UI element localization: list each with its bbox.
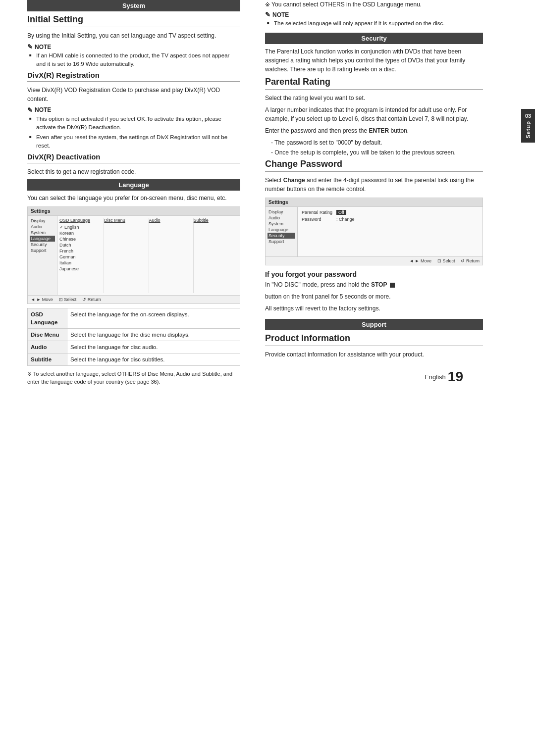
page-number-lang: English (425, 373, 446, 381)
side-tab-label: Setup (525, 121, 531, 139)
audio-col: Audio (149, 218, 194, 293)
lang-dutch: Dutch (59, 242, 102, 248)
lang-german: German (59, 254, 102, 260)
sidebar-item-system: System (30, 230, 55, 236)
audio-label: Audio (28, 341, 67, 353)
divxr-deactivation-body: Select this to get a new registration co… (27, 167, 240, 176)
pw-footer-select: ⊡ Select (437, 258, 455, 263)
security-header: Security (265, 33, 483, 44)
sidebar-item-language: Language (30, 236, 55, 242)
initial-note-label: ✎ NOTE (27, 43, 240, 50)
pw-content: Parental Rating Off Password : Change (298, 207, 482, 256)
right-note-item-1: The selected language will only appear i… (265, 19, 483, 28)
osd-language-col: OSD Language English Korean Chinese Dutc… (59, 218, 104, 293)
osd-note: ※ You cannot select OTHERS in the OSD La… (265, 0, 483, 9)
language-settings-box: Settings Display Audio System Language S… (27, 206, 240, 304)
note-icon-2: ✎ (27, 106, 33, 114)
lang-korean: Korean (59, 230, 102, 236)
divxr-note-item-1: This option is not activated if you sele… (27, 115, 240, 132)
note-icon: ✎ (27, 43, 33, 50)
pw-sidebar-display: Display (268, 209, 295, 215)
left-column: System Initial Setting By using the Init… (7, 0, 250, 389)
pw-sidebar-support: Support (268, 239, 295, 245)
right-note-label: ✎ NOTE (265, 11, 483, 18)
table-row: Subtitle Select the language for disc su… (28, 353, 240, 365)
forgot-password-body2: button on the front panel for 5 seconds … (265, 292, 483, 301)
parental-rating-body: Select the rating level you want to set. (265, 94, 483, 102)
sidebar-item-display: Display (30, 218, 55, 224)
disc-menu-label: Disc Menu (28, 328, 67, 341)
pw-sidebar-language: Language (268, 227, 295, 233)
right-column: ※ You cannot select OTHERS in the OSD La… (250, 0, 493, 389)
pw-footer-return: ↺ Return (461, 258, 480, 263)
table-row: OSDLanguage Select the language for the … (28, 308, 240, 328)
parental-dash1: - The password is set to "0000" by defau… (265, 138, 483, 147)
divxr-registration-body: View DivX(R) VOD Registration Code to pu… (27, 86, 240, 103)
initial-setting-title: Initial Setting (27, 14, 240, 27)
table-row: Disc Menu Select the language for the di… (28, 328, 240, 341)
osd-lang-desc: Select the language for the on-screen di… (67, 308, 240, 328)
password-settings-box: Settings Display Audio System Language S… (265, 198, 483, 265)
pw-row-parental: Parental Rating Off (302, 209, 479, 216)
settings-box-title: Settings (31, 208, 50, 214)
system-header: System (27, 0, 240, 11)
osd-lang-label: OSDLanguage (28, 308, 67, 328)
pw-footer: ◄ ► Move ⊡ Select ↺ Return (266, 256, 482, 265)
side-tab-number: 03 (525, 113, 531, 119)
subtitle-col: Subtitle (194, 218, 238, 293)
settings-sidebar: Display Audio System Language Security S… (28, 216, 57, 295)
divxr-note-label: ✎ NOTE (27, 106, 240, 114)
subtitle-desc: Select the language for disc subtitles. (67, 353, 240, 365)
change-password-body: Select Change and enter the 4-digit pass… (265, 176, 483, 194)
sidebar-item-audio: Audio (30, 224, 55, 230)
lang-japanese: Japanese (59, 266, 102, 272)
subtitle-col-title: Subtitle (194, 218, 236, 223)
initial-setting-body: By using the Initial Setting, you can se… (27, 31, 240, 40)
language-footnote: ※ To select another language, select OTH… (27, 370, 240, 386)
osd-language-col-title: OSD Language (59, 218, 102, 223)
disc-menu-col-title: Disc Menu (104, 218, 146, 223)
pw-password-value: : Change (336, 217, 355, 222)
footer-move: ◄ ► Move (31, 297, 53, 302)
security-body: The Parental Lock function works in conj… (265, 47, 483, 74)
initial-note-item-1: If an HDMI cable is connected to the pro… (27, 51, 240, 69)
language-header: Language (27, 179, 240, 191)
sidebar-item-security: Security (30, 242, 55, 248)
pw-sidebar-system: System (268, 221, 295, 227)
forgot-password-title: If you forgot your password (265, 270, 483, 278)
change-password-title: Change Password (265, 159, 483, 172)
forgot-password-body3: All settings will revert to the factory … (265, 304, 483, 313)
page-number-row: English 19 (265, 369, 483, 385)
footer-return: ↺ Return (82, 297, 101, 302)
product-information-body: Provide contact information for assistan… (265, 350, 483, 359)
note-icon-3: ✎ (265, 11, 270, 18)
parental-dash2: - Once the setup is complete, you will b… (265, 148, 483, 157)
lang-italian: Italian (59, 260, 102, 266)
lang-chinese: Chinese (59, 236, 102, 242)
disc-menu-col: Disc Menu (104, 218, 149, 293)
divxr-note-item-2: Even after you reset the system, the set… (27, 133, 240, 151)
audio-desc: Select the language for disc audio. (67, 341, 240, 353)
language-table: OSDLanguage Select the language for the … (27, 308, 240, 366)
pw-password-label: Password (302, 217, 336, 222)
pw-sidebar: Display Audio System Language Security S… (266, 207, 298, 256)
stop-symbol (390, 283, 395, 288)
disc-menu-desc: Select the language for the disc menu di… (67, 328, 240, 341)
footer-select: ⊡ Select (59, 297, 77, 302)
page-number: 19 (448, 369, 463, 385)
audio-col-title: Audio (149, 218, 191, 223)
parental-rating-title: Parental Rating (265, 77, 483, 90)
lang-french: French (59, 248, 102, 254)
sidebar-item-support: Support (30, 248, 55, 253)
pw-footer-move: ◄ ► Move (409, 258, 431, 263)
divxr-deactivation-title: DivX(R) Deactivation (27, 152, 240, 163)
pw-parental-label: Parental Rating (302, 210, 336, 215)
table-row: Audio Select the language for disc audio… (28, 341, 240, 353)
product-information-title: Product Information (265, 333, 483, 346)
subtitle-label: Subtitle (28, 353, 67, 365)
settings-content: OSD Language English Korean Chinese Dutc… (57, 216, 240, 295)
pw-sidebar-security: Security (268, 233, 295, 239)
forgot-password-body: In "NO DISC" mode, press and hold the ST… (265, 280, 483, 289)
side-tab: 03 Setup (521, 109, 535, 143)
pw-row-password: Password : Change (302, 216, 479, 223)
